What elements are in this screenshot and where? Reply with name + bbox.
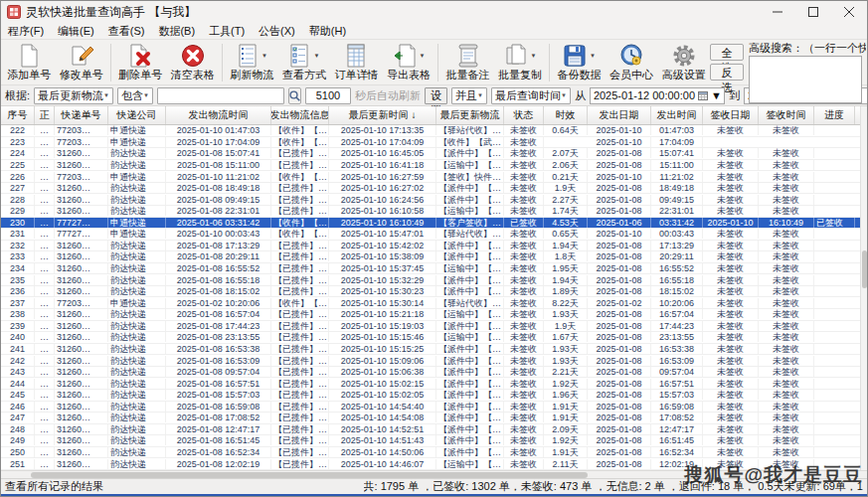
menu-program[interactable]: 程序(F) [1,23,51,39]
table-cell: 16:10:49 [759,218,814,228]
column-header[interactable]: 序号 [1,106,35,124]
add-number-button[interactable]: 添加单号 [3,41,56,84]
table-cell: 未签收 [703,367,759,377]
table-row[interactable]: 248…31260…韵达快递2025-01-08 12:47:17【已揽件】…2… [1,424,862,436]
table-cell: 未签收 [759,390,814,400]
table-cell: 【已揽件】… [271,332,329,342]
table-row[interactable]: 232…31260…韵达快递2025-01-08 17:13:29【已揽件】…2… [1,241,862,252]
table-cell: 230 [1,218,35,228]
refresh-logistics-button[interactable]: ▼ 刷新物流 [226,41,278,84]
time-field-select[interactable]: 最后查询时间▼ [491,87,571,104]
toolbar-separator [222,44,223,82]
advanced-settings-button[interactable]: 高级设置 [657,41,710,84]
table-row[interactable]: 234…31260…韵达快递2025-01-08 16:55:52【已揽件】…2… [1,263,862,275]
search-button[interactable] [288,87,301,104]
table-cell: 韵达快递 [108,286,166,296]
column-header[interactable]: 发出物流时间 [166,106,271,124]
vertical-scrollbar-thumb[interactable] [862,250,867,288]
minimize-button[interactable] [760,1,795,23]
table-cell: 未签收 [703,379,759,389]
menu-view[interactable]: 查看(S) [101,23,152,39]
menu-edit[interactable]: 编辑(E) [51,23,101,39]
column-header[interactable]: 发出物流信息 [271,106,329,124]
member-center-button[interactable]: 会员中心 [606,41,658,84]
table-row[interactable]: 244…31260…韵达快递2025-01-08 16:57:51【已揽件】…2… [1,378,862,390]
table-cell: 15:11:00 [651,160,703,170]
batch-copy-button[interactable]: ▼ 批量复制 [494,41,547,84]
table-row[interactable]: 227…31260…韵达快递2025-01-08 18:49:18【已揽件】…2… [1,183,862,195]
invert-select-button[interactable]: 反选 [710,64,744,81]
table-cell: 未签收 [759,344,814,354]
table-row[interactable]: 237…77203…申通快递2025-01-02 10:20:06【收件】【…2… [1,297,862,309]
maximize-button[interactable] [795,1,831,23]
table-row[interactable]: 242…31260…韵达快递2025-01-08 16:53:09【已揽件】…2… [1,355,862,367]
column-header[interactable]: 最后更新时间 ↓ [329,106,436,124]
order-detail-button[interactable]: 订单详情 [330,41,383,84]
table-cell: 1.89天 [544,286,588,296]
from-datetime-input[interactable]: 2025-01-12 00:00:00 ▼ [590,87,725,104]
and-or-select[interactable]: 并且▼ [451,87,487,104]
clear-table-button[interactable]: 清空表格 [167,41,220,84]
menu-data[interactable]: 数据(B) [151,23,202,39]
backup-data-button[interactable]: ▼ 备份数据 [553,41,606,84]
operator-select[interactable]: 包含▼ [117,87,153,104]
table-cell: 未签收 [703,183,759,193]
advanced-search-input[interactable] [749,56,862,103]
table-cell: 09:57:04 [651,367,703,377]
table-row[interactable]: 229…31260…韵达快递2025-01-08 22:31:01【已揽件】…2… [1,206,862,218]
table-cell: 1.9天 [544,183,588,193]
table-row[interactable]: 233…31260…韵达快递2025-01-08 20:29:11【已揽件】…2… [1,251,862,263]
results-table: 序号正快递单号快递公司发出物流时间发出物流信息最后更新时间 ↓最后更新物流状态时… [1,106,867,478]
horizontal-scrollbar-thumb[interactable] [31,472,588,478]
column-header[interactable]: 快递单号 [55,106,108,124]
table-row[interactable]: 249…31260…韵达快递2025-01-08 16:51:45【已揽件】…2… [1,435,862,447]
table-row[interactable]: 235…31260…韵达快递2025-01-08 16:55:18【已揽件】…2… [1,274,862,286]
column-header[interactable]: 签收日期 [703,106,759,124]
close-button[interactable] [831,1,867,23]
table-row[interactable]: 240…31260…韵达快递2025-01-08 23:13:55【已揽件】…2… [1,332,862,344]
export-table-button[interactable]: ▼ 导出表格 [383,41,435,84]
table-cell: 未签收 [759,195,814,205]
table-row[interactable]: 236…31260…韵达快递2025-01-08 18:15:02【已揽件】…2… [1,286,862,298]
table-row[interactable]: 239…31260…韵达快递2025-01-08 17:44:23【已揽件】…2… [1,321,862,333]
menu-tools[interactable]: 工具(T) [202,23,252,39]
column-header[interactable]: 正 [35,106,55,124]
table-row[interactable]: 250…31260…韵达快递2025-01-08 16:52:34【已揽件】…2… [1,447,862,459]
table-row[interactable]: 247…31260…韵达快递2025-01-08 17:08:52【已揽件】…2… [1,413,862,424]
column-header[interactable]: 进度 [814,106,855,124]
settings-button[interactable]: 设置 [425,87,447,104]
column-header[interactable]: 状态 [504,106,544,124]
table-row[interactable]: 246…31260…韵达快递2025-01-08 16:59:08【已揽件】…2… [1,402,862,414]
batch-remark-button[interactable]: 批量备注 [441,41,494,84]
edit-number-button[interactable]: 修改单号 [56,41,108,84]
table-row[interactable]: 223…77203…申通快递2025-01-10 17:04:09【收件】【…2… [1,137,862,149]
table-row[interactable]: 222…77203…申通快递2025-01-10 01:47:03【收件】【…2… [1,125,862,137]
view-mode-button[interactable]: ▼ 查看方式 [278,41,331,84]
table-cell: 申通快递 [108,125,166,135]
table-row[interactable]: 231…77727…申通快递2025-01-10 00:03:43【收件】【…2… [1,229,862,241]
menu-announce[interactable]: 公告(X) [252,23,302,39]
column-header[interactable]: 发出时间 [651,106,703,124]
table-cell: 未签收 [504,125,544,135]
table-row[interactable]: 225…31260…韵达快递2025-01-08 15:11:00【已揽件】…2… [1,160,862,172]
keyword-input[interactable] [157,87,284,104]
column-header[interactable]: 时效 [544,106,588,124]
column-header[interactable]: 发出日期 [588,106,651,124]
table-row[interactable]: 224…31260…韵达快递2025-01-08 15:07:41【已揽件】…2… [1,148,862,160]
column-header[interactable]: 最后更新物流 [436,106,504,124]
vertical-scrollbar[interactable] [860,106,867,470]
column-header[interactable]: 快递公司 [108,106,166,124]
table-row[interactable]: 241…31260…韵达快递2025-01-08 16:53:38【已揽件】…2… [1,344,862,356]
delete-number-button[interactable]: 删除单号 [114,41,167,84]
table-row[interactable]: 228…31260…韵达快递2025-01-08 09:49:15【已揽件】…2… [1,194,862,206]
column-header[interactable]: 签收时间 [759,106,814,124]
table-row[interactable]: 230…77727…申通快递2025-01-06 03:31:42【收件】【…2… [1,218,862,230]
field-select[interactable]: 最后更新物流▼ [34,87,113,104]
select-all-button[interactable]: 全选 [710,44,744,61]
refresh-seconds-input[interactable] [305,87,351,104]
menu-help[interactable]: 帮助(H) [302,23,353,39]
table-row[interactable]: 245…31260…韵达快递2025-01-08 15:57:03【已揽件】…2… [1,390,862,402]
table-row[interactable]: 238…31260…韵达快递2025-01-08 16:57:04【已揽件】…2… [1,309,862,321]
table-row[interactable]: 243…31260…韵达快递2025-01-08 09:57:04【已揽件】…2… [1,367,862,379]
table-row[interactable]: 226…77203…申通快递2025-01-10 11:21:02【收件】【…2… [1,171,862,183]
